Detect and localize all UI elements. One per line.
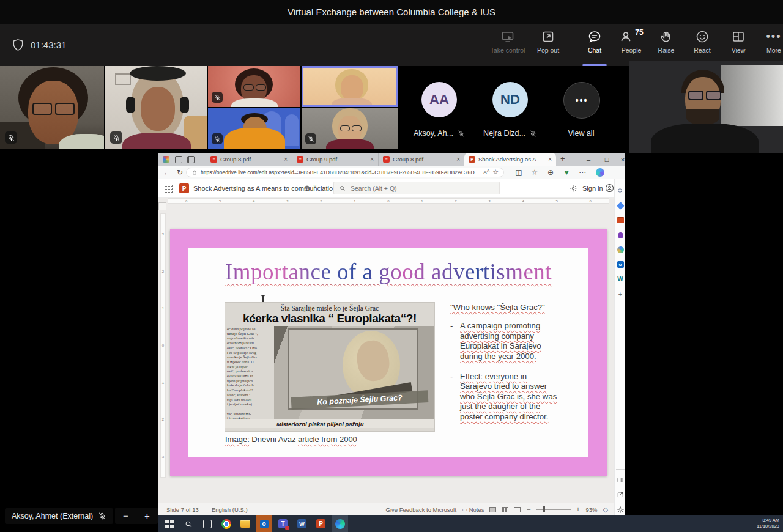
avatar-nejra[interactable]: ND	[492, 82, 528, 117]
sign-in-link[interactable]: Sign in	[582, 185, 603, 192]
participant-video-3[interactable]	[208, 66, 300, 107]
more-button[interactable]: ••• More	[760, 29, 783, 62]
text-size-icon[interactable]: AA	[483, 169, 489, 175]
search-input[interactable]	[349, 184, 474, 193]
new-tab-button[interactable]: +	[560, 154, 565, 163]
zoom-slider[interactable]	[536, 509, 571, 510]
account-person-icon[interactable]	[604, 183, 615, 193]
vertical-tabs-icon[interactable]	[187, 156, 195, 163]
sidebar-games-icon[interactable]	[615, 244, 626, 255]
slide-title[interactable]: Importance of a good advertisment	[199, 259, 577, 285]
tab-close-icon[interactable]: ×	[370, 156, 374, 163]
sidebar-w-icon[interactable]: W	[615, 273, 626, 284]
ruler-number: 1	[162, 306, 164, 310]
slide-background[interactable]: Importance of a good advertisment Šta Sa…	[170, 229, 607, 476]
tab-close-icon[interactable]: ×	[456, 156, 460, 163]
tab-close-icon[interactable]: ×	[284, 156, 288, 163]
tab-actions-icon[interactable]	[175, 156, 182, 163]
sidebar-tools-icon[interactable]	[615, 215, 626, 226]
notes-button[interactable]: ▭ Notes	[462, 506, 484, 513]
sidebar-toggle-icon[interactable]	[615, 475, 626, 486]
zoom-in-icon[interactable]: +	[576, 505, 581, 514]
zoom-in-button[interactable]: +	[136, 508, 158, 524]
taskbar-search-icon[interactable]	[180, 515, 196, 532]
workspaces-icon[interactable]	[163, 156, 169, 163]
file-explorer-icon[interactable]	[237, 515, 253, 532]
task-view-icon[interactable]	[199, 515, 215, 532]
powerpoint-icon[interactable]: P	[313, 515, 329, 532]
window-minimize-button[interactable]: –	[581, 153, 596, 166]
sidebar-add-icon[interactable]: +	[615, 289, 626, 300]
participant-video-2[interactable]	[105, 66, 207, 149]
sidebar-shopping-icon[interactable]	[615, 200, 626, 211]
browser-tab-4-active[interactable]: P Shock Advertsing as A means to ×	[464, 153, 556, 166]
open-external-icon[interactable]	[615, 489, 626, 500]
normal-view-icon[interactable]	[489, 507, 496, 512]
bullet-2: - Effect: everyone in Sarajevo tried to …	[450, 372, 560, 422]
react-button[interactable]: React	[688, 29, 717, 62]
participant-video-5[interactable]	[208, 108, 300, 149]
window-close-button[interactable]: ×	[615, 153, 630, 166]
fit-slide-icon[interactable]: ◇	[603, 506, 608, 514]
sidebar-search-icon[interactable]	[615, 185, 626, 196]
title-chevron-icon[interactable]: ∨	[313, 184, 317, 190]
ppt-search-box[interactable]	[333, 182, 500, 194]
word-icon[interactable]: W	[294, 515, 310, 532]
pop-out-button[interactable]: Pop out	[531, 29, 565, 62]
zoom-out-button[interactable]: −	[115, 508, 136, 524]
slide-sorter-icon[interactable]	[502, 507, 508, 512]
start-button[interactable]	[161, 515, 177, 532]
slide-number-status[interactable]: Slide 7 of 13	[166, 503, 199, 515]
participant-video-large[interactable]	[629, 61, 783, 153]
collections-icon[interactable]: ⊕	[544, 166, 557, 179]
feedback-link[interactable]: Give Feedback to Microsoft	[386, 506, 457, 513]
sidebar-people-icon[interactable]	[615, 229, 626, 240]
browser-tab-3[interactable]: ≡ Group 8.pdf ×	[378, 153, 464, 166]
people-button[interactable]: 75 People	[614, 29, 648, 62]
language-status[interactable]: English (U.S.)	[212, 503, 248, 515]
zoom-percent[interactable]: 93%	[586, 506, 598, 513]
chat-button[interactable]: Chat	[580, 29, 609, 62]
window-restore-button[interactable]: □	[599, 153, 614, 166]
address-bar[interactable]: https://onedrive.live.com/edit.aspx?resi…	[186, 168, 504, 177]
browser-navbar: ← ↻ https://onedrive.live.com/edit.aspx?…	[158, 166, 625, 179]
favorites-icon[interactable]: ☆	[529, 166, 541, 179]
teams-icon[interactable]: T	[275, 515, 291, 532]
zoom-out-icon[interactable]: −	[526, 505, 530, 514]
app-launcher-waffle-icon[interactable]	[165, 185, 173, 193]
split-screen-icon[interactable]: ◫	[513, 166, 525, 179]
zoom-slider-thumb[interactable]	[543, 506, 545, 512]
taskbar-clock[interactable]: 8:49 AM 11/10/2023	[757, 517, 779, 530]
view-all-button[interactable]: •••	[563, 82, 600, 119]
newspaper-image[interactable]: Šta Sarajlije misle ko je Šejla Grac kće…	[225, 303, 434, 431]
image-source-caption[interactable]: Image: Dnevni Avaz article from 2000	[225, 435, 357, 444]
refresh-icon[interactable]: ↻	[174, 166, 185, 179]
settings-gear-icon[interactable]	[569, 184, 577, 193]
avatar-aksoy[interactable]: AA	[421, 82, 457, 117]
sidebar-outlook-icon[interactable]: o	[615, 259, 626, 270]
tab-close-icon[interactable]: ×	[548, 156, 552, 163]
take-control-button[interactable]: Take control	[486, 29, 529, 62]
participant-video-1[interactable]	[0, 66, 104, 149]
ruler-corner-button[interactable]	[158, 202, 166, 210]
copilot-icon[interactable]	[596, 168, 604, 177]
browser-more-icon[interactable]: ⋯	[576, 166, 588, 179]
slideshow-icon[interactable]	[514, 507, 521, 512]
browser-tab-2[interactable]: ≡ Group 9.pdf ×	[292, 153, 378, 166]
slide-body-text[interactable]: "Who knows "Šejla Grac?" - A campaign pr…	[450, 303, 560, 422]
participant-video-6[interactable]	[302, 108, 398, 149]
participant-video-4-speaking[interactable]	[302, 66, 398, 107]
video-art	[302, 108, 398, 149]
edge-icon[interactable]	[332, 515, 348, 532]
back-icon[interactable]: ←	[161, 166, 173, 179]
powerpoint-app-icon: P	[179, 183, 189, 193]
view-button[interactable]: View	[724, 29, 752, 62]
raise-hand-button[interactable]: Raise	[652, 29, 680, 62]
chrome-icon[interactable]	[218, 515, 234, 532]
outlook-icon[interactable]: o	[256, 515, 272, 532]
favorite-star-icon[interactable]: ☆	[492, 168, 499, 176]
sidebar-settings-icon[interactable]	[615, 504, 626, 515]
video-art	[303, 68, 396, 105]
browser-tab-1[interactable]: ≡ Group 8.pdf ×	[206, 153, 292, 166]
browser-essentials-icon[interactable]: ♥	[560, 166, 573, 179]
